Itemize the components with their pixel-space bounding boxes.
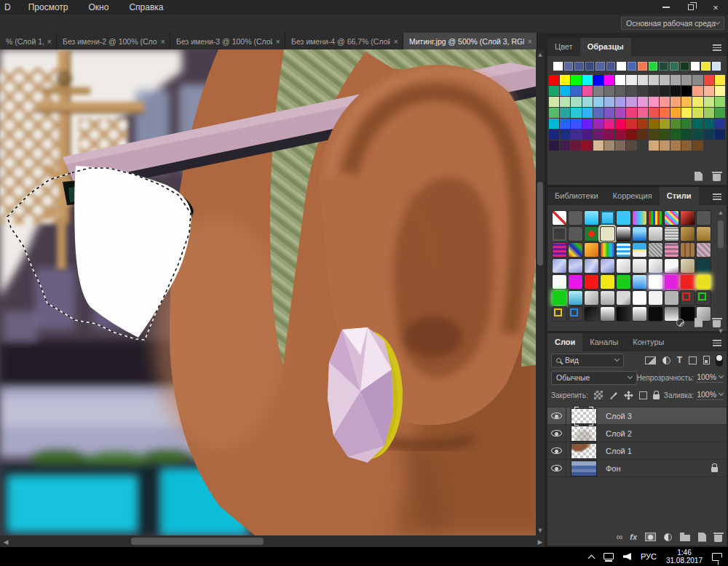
recent-swatch[interactable] <box>574 62 584 71</box>
style-swatch[interactable] <box>617 243 630 257</box>
lock-pixels-icon[interactable] <box>609 391 618 400</box>
color-swatch[interactable] <box>571 119 581 129</box>
recent-swatch[interactable] <box>659 62 668 71</box>
color-swatch[interactable] <box>571 75 581 85</box>
color-swatch[interactable] <box>615 140 625 151</box>
workspace-selector[interactable]: Основная рабочая среда <box>621 17 724 30</box>
style-swatch[interactable] <box>665 211 678 225</box>
color-swatch[interactable] <box>704 86 714 96</box>
scroll-down-icon[interactable]: ▼ <box>536 527 545 534</box>
recent-swatch[interactable] <box>691 62 700 71</box>
eye-icon[interactable] <box>551 430 562 437</box>
color-swatch[interactable] <box>681 86 692 96</box>
layer-row[interactable]: Фон <box>547 460 727 477</box>
style-swatch[interactable] <box>697 291 711 305</box>
color-swatch[interactable] <box>638 75 648 85</box>
color-swatch[interactable] <box>670 140 681 151</box>
filter-adjustment-layers-icon[interactable] <box>662 356 670 364</box>
color-swatch[interactable] <box>681 108 692 118</box>
color-swatch[interactable] <box>681 119 692 129</box>
style-swatch[interactable] <box>681 243 695 257</box>
color-swatch[interactable] <box>560 86 570 96</box>
color-swatch[interactable] <box>670 97 681 107</box>
speaker-icon[interactable] <box>623 553 631 560</box>
filter-smart-objects-icon[interactable] <box>703 356 710 364</box>
style-swatch[interactable] <box>681 227 695 241</box>
panel-menu-icon[interactable] <box>713 340 721 348</box>
color-swatch[interactable] <box>549 129 559 140</box>
styles-scroll-thumb[interactable] <box>718 220 724 248</box>
color-swatch[interactable] <box>649 75 659 85</box>
color-swatch[interactable] <box>571 97 581 107</box>
style-swatch[interactable] <box>569 259 582 273</box>
horizontal-scroll-thumb[interactable] <box>131 538 264 545</box>
style-swatch[interactable] <box>633 211 646 225</box>
color-swatch[interactable] <box>649 108 659 118</box>
style-swatch[interactable] <box>569 243 582 257</box>
vertical-scroll-thumb[interactable] <box>537 182 543 266</box>
layer-style-fx-icon[interactable]: fx <box>630 533 637 541</box>
color-swatch[interactable] <box>571 140 581 151</box>
color-swatch[interactable] <box>626 75 636 85</box>
lock-artboard-icon[interactable] <box>639 391 647 399</box>
color-swatch[interactable] <box>571 129 581 140</box>
style-swatch[interactable] <box>601 307 614 321</box>
layer-thumbnail[interactable] <box>571 461 596 476</box>
color-swatch[interactable] <box>626 108 636 118</box>
style-swatch[interactable] <box>633 291 646 305</box>
restore-icon[interactable] <box>678 0 703 15</box>
color-swatch[interactable] <box>549 119 559 129</box>
color-swatch[interactable] <box>660 108 670 118</box>
color-swatch[interactable] <box>582 97 593 107</box>
color-swatch[interactable] <box>704 119 714 129</box>
link-layers-icon[interactable]: ∞ <box>617 532 622 542</box>
color-swatch[interactable] <box>571 86 581 96</box>
color-swatch[interactable] <box>670 86 681 96</box>
delete-swatch-icon[interactable] <box>713 174 721 181</box>
recent-swatch[interactable] <box>712 62 721 71</box>
panel-menu-icon[interactable] <box>713 44 721 52</box>
color-swatch[interactable] <box>560 75 570 85</box>
filter-pixel-layers-icon[interactable] <box>645 356 656 364</box>
color-swatch[interactable] <box>604 140 614 151</box>
color-swatch[interactable] <box>604 86 614 96</box>
layer-name[interactable]: Фон <box>601 464 705 473</box>
style-swatch[interactable] <box>553 243 566 257</box>
style-swatch[interactable] <box>569 275 582 289</box>
color-swatch[interactable] <box>549 140 559 151</box>
notification-center-icon[interactable] <box>712 553 722 561</box>
style-swatch[interactable] <box>569 211 582 225</box>
style-swatch[interactable] <box>633 227 646 241</box>
blend-mode-dropdown[interactable]: Обычные <box>551 371 637 385</box>
color-swatch[interactable] <box>582 140 593 151</box>
style-swatch[interactable] <box>617 211 630 225</box>
color-swatch[interactable] <box>582 108 593 118</box>
tab-close-icon[interactable]: × <box>394 37 398 46</box>
color-swatch[interactable] <box>615 97 625 107</box>
tab-close-icon[interactable]: × <box>161 37 165 46</box>
style-swatch[interactable] <box>681 275 695 289</box>
color-swatch[interactable] <box>649 140 659 151</box>
color-swatch[interactable] <box>649 119 659 129</box>
color-swatch[interactable] <box>692 129 703 140</box>
tab-close-icon[interactable]: × <box>276 37 280 46</box>
canvas-area[interactable] <box>0 49 545 535</box>
color-swatch[interactable] <box>593 97 604 107</box>
lock-position-icon[interactable] <box>624 391 633 400</box>
color-swatch[interactable] <box>660 129 670 140</box>
color-swatch[interactable] <box>593 108 604 118</box>
style-swatch[interactable] <box>569 291 582 305</box>
color-swatch[interactable] <box>715 97 725 107</box>
eye-icon[interactable] <box>551 447 562 454</box>
color-swatch[interactable] <box>549 86 559 96</box>
style-swatch[interactable] <box>553 259 566 273</box>
document-tab[interactable]: Без имени-3 @ 100% (Слой 1, R...× <box>170 33 285 49</box>
color-swatch[interactable] <box>670 75 681 85</box>
style-swatch[interactable] <box>553 211 566 225</box>
layer-thumbnail[interactable] <box>571 444 596 458</box>
color-swatch[interactable] <box>615 75 625 85</box>
lock-all-icon[interactable] <box>653 394 660 399</box>
delete-style-icon[interactable] <box>713 320 721 327</box>
style-swatch[interactable] <box>665 259 678 273</box>
color-swatch[interactable] <box>692 75 703 85</box>
